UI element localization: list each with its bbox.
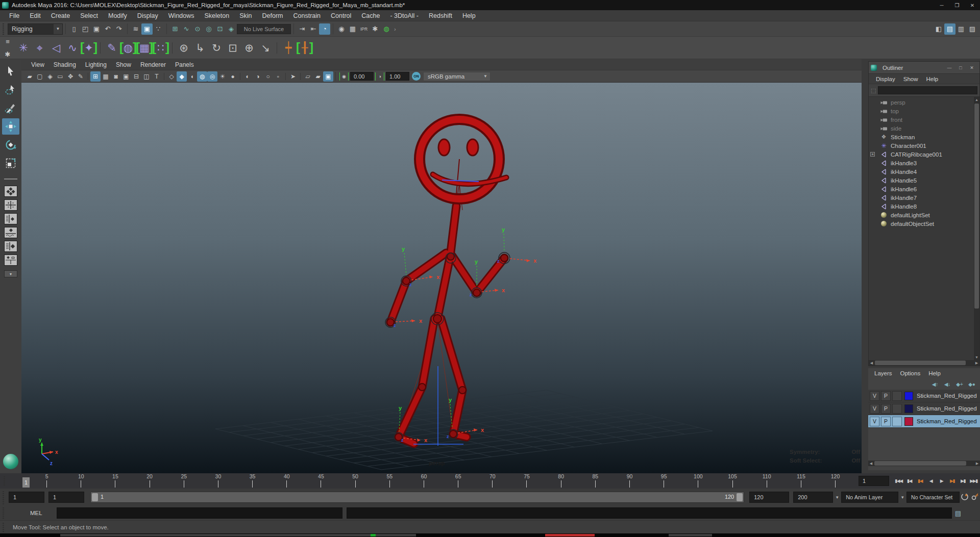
timeline-tick[interactable]: 80: [544, 473, 578, 489]
timeline-tick[interactable]: 30: [201, 473, 235, 489]
chevron-down-icon[interactable]: ▼: [898, 492, 906, 503]
output-connections-icon[interactable]: ⇤: [308, 23, 319, 35]
scrollbar-thumb[interactable]: [875, 361, 966, 365]
use-default-material-icon[interactable]: ◎: [207, 71, 217, 82]
select-tool[interactable]: [2, 63, 19, 80]
minimize-button[interactable]: ─: [934, 0, 949, 10]
image-plane-icon[interactable]: ▭: [55, 71, 65, 82]
layer-visibility-toggle[interactable]: V: [870, 417, 879, 426]
timeline-tick[interactable]: 15: [98, 473, 132, 489]
safe-action-icon[interactable]: ◫: [141, 71, 152, 82]
channel-box-icon[interactable]: ▨: [967, 23, 978, 35]
panel-menu-renderer[interactable]: Renderer: [136, 61, 170, 68]
select-object-icon[interactable]: ▣: [141, 23, 153, 35]
layer-display-type-toggle[interactable]: [892, 404, 902, 414]
render-view-icon[interactable]: ◉: [336, 23, 347, 35]
grid-toggle-icon[interactable]: ⊞: [90, 71, 101, 82]
scroll-up-icon[interactable]: ▲: [974, 97, 979, 103]
outliner-menu-show[interactable]: Show: [899, 76, 922, 82]
snap-curve-icon[interactable]: ∿: [181, 23, 192, 35]
gate-mask-icon[interactable]: ▣: [121, 71, 131, 82]
animation-end-field[interactable]: 200: [793, 492, 833, 503]
go-to-start-button[interactable]: ▮◀◀: [893, 475, 904, 487]
motion-blur-icon[interactable]: ◑: [253, 71, 263, 82]
layer-color-swatch[interactable]: [904, 404, 913, 413]
timeline-tick[interactable]: 65: [441, 473, 475, 489]
rotate-tool[interactable]: [2, 137, 19, 153]
menu-modify[interactable]: Modify: [103, 12, 132, 19]
scroll-right-icon[interactable]: ▶: [974, 461, 980, 466]
3d-view[interactable]: y y y y y: [21, 83, 862, 473]
select-component-icon[interactable]: ∵: [153, 23, 164, 35]
scrollbar-thumb[interactable]: [974, 104, 979, 309]
new-empty-layer-icon[interactable]: ◆+: [955, 380, 964, 388]
color-management-toggle[interactable]: ON: [412, 72, 421, 81]
select-camera-icon[interactable]: ▢: [35, 71, 45, 82]
modeling-toolkit-icon[interactable]: ◧: [933, 23, 944, 35]
panel-menu-view[interactable]: View: [27, 61, 49, 68]
layer-move-down-icon[interactable]: ◀↓: [943, 380, 951, 388]
hypershade-persp-layout-button[interactable]: [4, 241, 17, 252]
layers-menu-layers[interactable]: Layers: [870, 370, 896, 376]
pane-layout-b-icon[interactable]: ▰: [313, 71, 323, 82]
bookmark-icon[interactable]: ◈: [45, 71, 55, 82]
depth-of-field-icon[interactable]: ○: [263, 71, 273, 82]
playback-end-field[interactable]: 120: [749, 492, 789, 503]
layer-row[interactable]: VPStickman_Red_Rigged: [868, 415, 980, 428]
outliner-item-side[interactable]: side: [869, 124, 979, 133]
timeline-tick[interactable]: 110: [750, 473, 784, 489]
command-input[interactable]: [57, 507, 342, 519]
save-scene-icon[interactable]: ▣: [91, 23, 102, 35]
single-pane-layout-button[interactable]: [4, 186, 17, 197]
tool-settings-icon[interactable]: ▥: [955, 23, 967, 35]
shelf-gear-icon[interactable]: ✱: [2, 48, 13, 60]
exposure-field[interactable]: 0.00: [350, 72, 374, 81]
play-forwards-button[interactable]: ▶: [936, 475, 947, 487]
outliner-maximize-button[interactable]: □: [955, 65, 966, 70]
scroll-down-icon[interactable]: ▼: [974, 354, 979, 360]
four-pane-layout-button[interactable]: [4, 199, 17, 211]
layer-playback-toggle[interactable]: P: [881, 404, 891, 414]
outliner-search-input[interactable]: [878, 86, 977, 94]
menu-file[interactable]: File: [4, 12, 24, 19]
film-gate-icon[interactable]: ▦: [101, 71, 111, 82]
scroll-left-icon[interactable]: ◀: [869, 360, 874, 366]
current-time-marker[interactable]: 1: [22, 477, 30, 488]
shadows-icon[interactable]: ●: [228, 71, 238, 82]
timeline-tick[interactable]: 90: [612, 473, 647, 489]
outliner-vertical-scrollbar[interactable]: ▲ ▼: [974, 97, 979, 360]
range-slider[interactable]: 1 120: [90, 492, 744, 503]
render-settings-icon[interactable]: ✱: [370, 23, 381, 35]
timeline-tick[interactable]: 95: [647, 473, 681, 489]
pan-zoom-icon[interactable]: ✥: [65, 71, 76, 82]
lights-icon[interactable]: ☀: [217, 71, 228, 82]
timeline-tick[interactable]: 25: [167, 473, 201, 489]
timeline-tick[interactable]: 115: [784, 473, 818, 489]
persp-graph-layout-button[interactable]: [4, 227, 17, 238]
scale-constraint-icon[interactable]: ⊡: [225, 39, 241, 57]
create-locator-icon[interactable]: ✳: [15, 39, 32, 57]
range-end-handle[interactable]: [737, 493, 743, 501]
layer-display-type-toggle[interactable]: [892, 417, 902, 426]
joint-tool-icon[interactable]: ⌖: [32, 39, 48, 57]
scrollbar-thumb[interactable]: [874, 461, 966, 466]
lasso-select-tool[interactable]: [2, 82, 19, 98]
scroll-right-icon[interactable]: ▶: [974, 360, 979, 366]
outliner-minimize-button[interactable]: —: [944, 65, 955, 70]
pane-layout-a-icon[interactable]: ▱: [303, 71, 313, 82]
timeline-tick[interactable]: 20: [133, 473, 167, 489]
outliner-item-ikhandle6[interactable]: ikHandle6: [869, 185, 979, 193]
menu-skin[interactable]: Skin: [234, 12, 257, 19]
construction-history-icon[interactable]: ◔: [319, 23, 330, 35]
timeline-tick[interactable]: 75: [509, 473, 544, 489]
parent-constraint-icon[interactable]: ⊛: [176, 39, 192, 57]
new-scene-icon[interactable]: ▯: [68, 23, 80, 35]
redo-icon[interactable]: ↷: [113, 23, 125, 35]
timeline-ticks[interactable]: 5101520253035404550556065707580859095100…: [30, 473, 852, 489]
isolate-select-icon[interactable]: ▫: [273, 71, 283, 82]
layer-visibility-toggle[interactable]: V: [870, 391, 879, 401]
snap-grid-icon[interactable]: ⊞: [169, 23, 181, 35]
menu-edit[interactable]: Edit: [24, 12, 46, 19]
outliner-item-ikhandle3[interactable]: ikHandle3: [869, 159, 979, 167]
menu-deform[interactable]: Deform: [257, 12, 288, 19]
